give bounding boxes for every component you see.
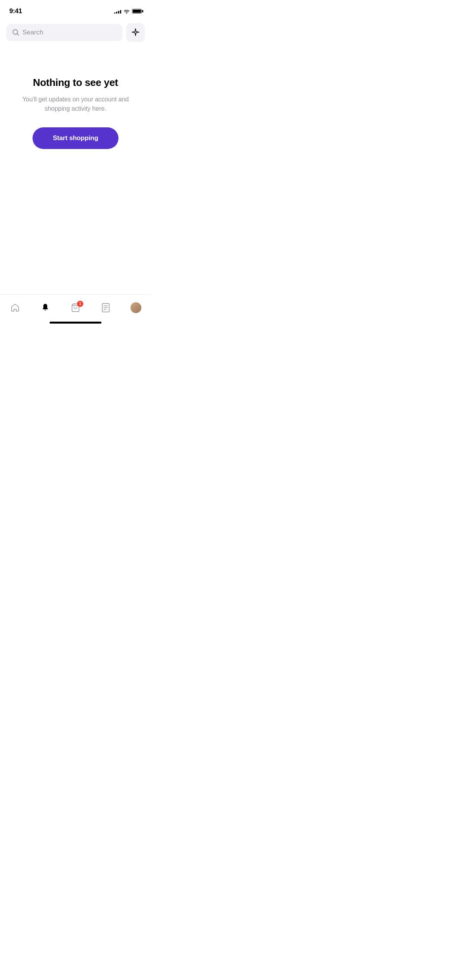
empty-state-title: Nothing to see yet — [33, 77, 118, 89]
home-indicator — [50, 322, 101, 324]
tab-cart[interactable]: 1 — [70, 302, 81, 313]
empty-state-subtitle: You'll get updates on your account and s… — [21, 95, 130, 113]
signal-icon — [114, 9, 121, 14]
status-time: 9:41 — [9, 7, 22, 15]
start-shopping-button[interactable]: Start shopping — [33, 127, 118, 149]
status-icons — [114, 9, 142, 14]
search-input-container[interactable]: Search — [6, 24, 122, 41]
home-icon — [10, 302, 21, 313]
avatar — [130, 302, 141, 313]
empty-state: Nothing to see yet You'll get updates on… — [0, 46, 151, 164]
search-icon — [12, 29, 19, 36]
wifi-icon — [124, 9, 130, 14]
tab-notifications[interactable] — [40, 302, 51, 313]
tab-orders[interactable] — [100, 302, 111, 313]
search-area: Search — [0, 19, 151, 46]
status-bar: 9:41 — [0, 0, 151, 19]
sparkle-button[interactable] — [126, 23, 145, 42]
search-placeholder-text: Search — [22, 29, 43, 36]
battery-icon — [132, 9, 142, 14]
orders-icon — [100, 302, 111, 313]
cart-badge: 1 — [77, 301, 83, 307]
sparkle-icon — [131, 28, 140, 37]
bell-icon — [40, 302, 51, 313]
tab-home[interactable] — [10, 302, 21, 313]
profile-icon — [130, 302, 141, 313]
tab-profile[interactable] — [130, 302, 141, 313]
cart-icon-wrapper: 1 — [70, 302, 81, 313]
